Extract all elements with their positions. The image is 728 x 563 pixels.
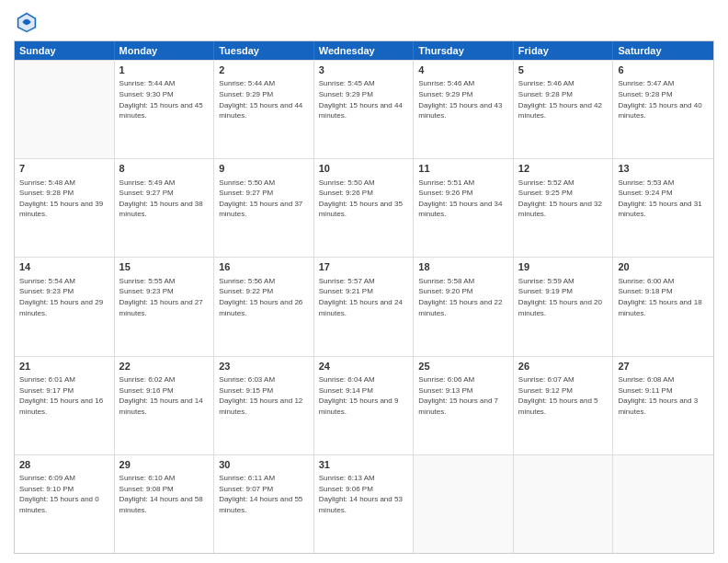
week-row-5: 28Sunrise: 6:09 AM Sunset: 9:10 PM Dayli…	[15, 454, 713, 553]
day-cell-11: 11Sunrise: 5:51 AM Sunset: 9:26 PM Dayli…	[414, 159, 514, 257]
day-cell-8: 8Sunrise: 5:49 AM Sunset: 9:27 PM Daylig…	[115, 159, 215, 257]
day-cell-21: 21Sunrise: 6:01 AM Sunset: 9:17 PM Dayli…	[15, 357, 115, 454]
day-number-16: 16	[219, 260, 309, 274]
day-number-9: 9	[219, 162, 309, 176]
day-info-22: Sunrise: 6:02 AM Sunset: 9:16 PM Dayligh…	[119, 374, 210, 417]
calendar-body: 1Sunrise: 5:44 AM Sunset: 9:30 PM Daylig…	[15, 60, 713, 553]
day-number-3: 3	[319, 63, 409, 77]
day-number-21: 21	[19, 360, 109, 373]
day-cell-16: 16Sunrise: 5:56 AM Sunset: 9:22 PM Dayli…	[214, 258, 314, 355]
day-info-27: Sunrise: 6:08 AM Sunset: 9:11 PM Dayligh…	[618, 374, 709, 417]
day-info-9: Sunrise: 5:50 AM Sunset: 9:27 PM Dayligh…	[219, 178, 309, 220]
day-number-22: 22	[119, 360, 210, 373]
day-cell-7: 7Sunrise: 5:48 AM Sunset: 9:28 PM Daylig…	[15, 159, 115, 257]
day-number-29: 29	[119, 458, 210, 472]
day-number-11: 11	[418, 162, 508, 176]
day-info-20: Sunrise: 6:00 AM Sunset: 9:18 PM Dayligh…	[618, 276, 709, 318]
day-number-1: 1	[119, 63, 210, 77]
empty-cell-w4-4	[414, 455, 514, 553]
day-info-23: Sunrise: 6:03 AM Sunset: 9:15 PM Dayligh…	[219, 374, 309, 417]
day-cell-12: 12Sunrise: 5:52 AM Sunset: 9:25 PM Dayli…	[514, 159, 614, 257]
header-thursday: Thursday	[414, 41, 514, 60]
day-info-5: Sunrise: 5:46 AM Sunset: 9:28 PM Dayligh…	[518, 78, 609, 121]
calendar-header-row: Sunday Monday Tuesday Wednesday Thursday…	[15, 41, 713, 60]
day-number-12: 12	[518, 162, 609, 176]
page: Sunday Monday Tuesday Wednesday Thursday…	[0, 0, 728, 563]
day-cell-27: 27Sunrise: 6:08 AM Sunset: 9:11 PM Dayli…	[613, 357, 713, 454]
day-cell-29: 29Sunrise: 6:10 AM Sunset: 9:08 PM Dayli…	[115, 455, 215, 553]
logo-icon	[14, 9, 40, 35]
header-wednesday: Wednesday	[314, 41, 415, 60]
day-info-3: Sunrise: 5:45 AM Sunset: 9:29 PM Dayligh…	[319, 78, 409, 121]
day-number-19: 19	[518, 260, 609, 274]
day-info-11: Sunrise: 5:51 AM Sunset: 9:26 PM Dayligh…	[418, 178, 508, 220]
day-number-15: 15	[119, 260, 210, 274]
day-cell-28: 28Sunrise: 6:09 AM Sunset: 9:10 PM Dayli…	[15, 455, 115, 553]
day-info-13: Sunrise: 5:53 AM Sunset: 9:24 PM Dayligh…	[618, 178, 709, 220]
day-info-6: Sunrise: 5:47 AM Sunset: 9:28 PM Dayligh…	[618, 78, 709, 121]
day-cell-19: 19Sunrise: 5:59 AM Sunset: 9:19 PM Dayli…	[514, 258, 614, 355]
day-info-30: Sunrise: 6:11 AM Sunset: 9:07 PM Dayligh…	[219, 473, 309, 515]
day-cell-30: 30Sunrise: 6:11 AM Sunset: 9:07 PM Dayli…	[214, 455, 314, 553]
day-number-17: 17	[319, 260, 409, 274]
day-info-26: Sunrise: 6:07 AM Sunset: 9:12 PM Dayligh…	[518, 374, 609, 417]
day-number-26: 26	[518, 360, 609, 373]
empty-cell-w0-0	[15, 61, 115, 158]
day-info-18: Sunrise: 5:58 AM Sunset: 9:20 PM Dayligh…	[418, 276, 508, 318]
day-cell-23: 23Sunrise: 6:03 AM Sunset: 9:15 PM Dayli…	[214, 357, 314, 454]
day-number-24: 24	[319, 360, 409, 373]
header-tuesday: Tuesday	[214, 41, 314, 60]
logo	[14, 9, 43, 35]
day-cell-25: 25Sunrise: 6:06 AM Sunset: 9:13 PM Dayli…	[414, 357, 514, 454]
day-cell-17: 17Sunrise: 5:57 AM Sunset: 9:21 PM Dayli…	[314, 258, 415, 355]
day-number-7: 7	[19, 162, 109, 176]
day-number-18: 18	[418, 260, 508, 274]
day-number-20: 20	[618, 260, 709, 274]
day-cell-20: 20Sunrise: 6:00 AM Sunset: 9:18 PM Dayli…	[613, 258, 713, 355]
header-monday: Monday	[115, 41, 215, 60]
day-cell-9: 9Sunrise: 5:50 AM Sunset: 9:27 PM Daylig…	[214, 159, 314, 257]
day-number-10: 10	[319, 162, 409, 176]
day-info-12: Sunrise: 5:52 AM Sunset: 9:25 PM Dayligh…	[518, 178, 609, 220]
week-row-3: 14Sunrise: 5:54 AM Sunset: 9:23 PM Dayli…	[15, 257, 713, 355]
day-number-31: 31	[319, 458, 409, 472]
day-number-4: 4	[418, 63, 508, 77]
day-info-15: Sunrise: 5:55 AM Sunset: 9:23 PM Dayligh…	[119, 276, 210, 318]
day-info-25: Sunrise: 6:06 AM Sunset: 9:13 PM Dayligh…	[418, 374, 508, 417]
day-cell-18: 18Sunrise: 5:58 AM Sunset: 9:20 PM Dayli…	[414, 258, 514, 355]
day-cell-4: 4Sunrise: 5:46 AM Sunset: 9:29 PM Daylig…	[414, 61, 514, 158]
day-info-29: Sunrise: 6:10 AM Sunset: 9:08 PM Dayligh…	[119, 473, 210, 515]
empty-cell-w4-5	[514, 455, 614, 553]
day-cell-22: 22Sunrise: 6:02 AM Sunset: 9:16 PM Dayli…	[115, 357, 215, 454]
day-cell-1: 1Sunrise: 5:44 AM Sunset: 9:30 PM Daylig…	[115, 61, 215, 158]
day-cell-2: 2Sunrise: 5:44 AM Sunset: 9:29 PM Daylig…	[214, 61, 314, 158]
day-info-28: Sunrise: 6:09 AM Sunset: 9:10 PM Dayligh…	[19, 473, 109, 515]
day-info-24: Sunrise: 6:04 AM Sunset: 9:14 PM Dayligh…	[319, 374, 409, 417]
day-cell-31: 31Sunrise: 6:13 AM Sunset: 9:06 PM Dayli…	[314, 455, 415, 553]
day-number-27: 27	[618, 360, 709, 373]
day-number-13: 13	[618, 162, 709, 176]
day-number-14: 14	[19, 260, 109, 274]
day-number-6: 6	[618, 63, 709, 77]
day-cell-10: 10Sunrise: 5:50 AM Sunset: 9:26 PM Dayli…	[314, 159, 415, 257]
day-info-4: Sunrise: 5:46 AM Sunset: 9:29 PM Dayligh…	[418, 78, 508, 121]
day-info-19: Sunrise: 5:59 AM Sunset: 9:19 PM Dayligh…	[518, 276, 609, 318]
day-info-10: Sunrise: 5:50 AM Sunset: 9:26 PM Dayligh…	[319, 178, 409, 220]
week-row-1: 1Sunrise: 5:44 AM Sunset: 9:30 PM Daylig…	[15, 60, 713, 158]
day-cell-5: 5Sunrise: 5:46 AM Sunset: 9:28 PM Daylig…	[514, 61, 614, 158]
header-friday: Friday	[514, 41, 614, 60]
header-saturday: Saturday	[613, 41, 713, 60]
day-cell-14: 14Sunrise: 5:54 AM Sunset: 9:23 PM Dayli…	[15, 258, 115, 355]
day-info-16: Sunrise: 5:56 AM Sunset: 9:22 PM Dayligh…	[219, 276, 309, 318]
day-info-2: Sunrise: 5:44 AM Sunset: 9:29 PM Dayligh…	[219, 78, 309, 121]
day-cell-24: 24Sunrise: 6:04 AM Sunset: 9:14 PM Dayli…	[314, 357, 415, 454]
day-number-8: 8	[119, 162, 210, 176]
header	[14, 9, 714, 35]
calendar: Sunday Monday Tuesday Wednesday Thursday…	[14, 40, 714, 554]
day-info-31: Sunrise: 6:13 AM Sunset: 9:06 PM Dayligh…	[319, 473, 409, 515]
day-number-23: 23	[219, 360, 309, 373]
day-info-7: Sunrise: 5:48 AM Sunset: 9:28 PM Dayligh…	[19, 178, 109, 220]
day-info-1: Sunrise: 5:44 AM Sunset: 9:30 PM Dayligh…	[119, 78, 210, 121]
day-cell-6: 6Sunrise: 5:47 AM Sunset: 9:28 PM Daylig…	[613, 61, 713, 158]
day-number-30: 30	[219, 458, 309, 472]
